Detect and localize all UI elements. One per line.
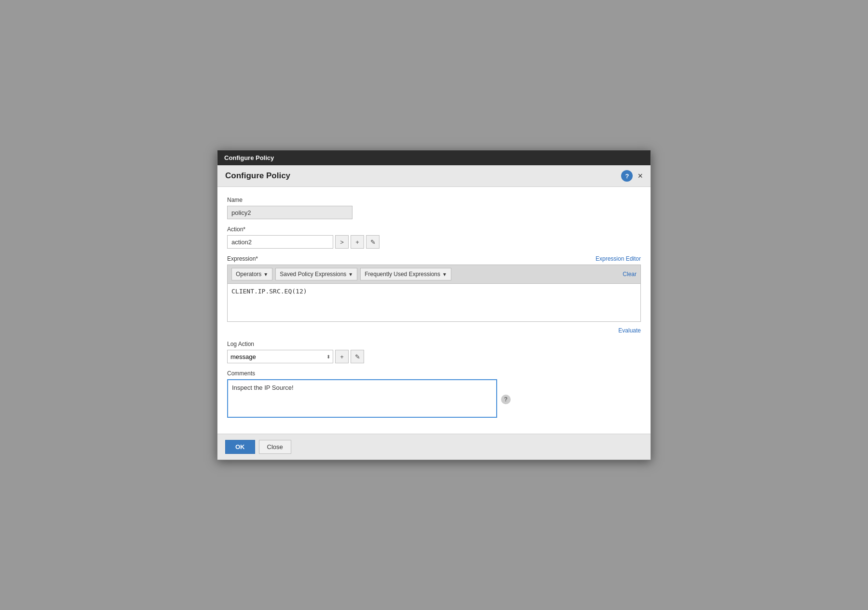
name-group: Name [227, 197, 641, 219]
log-action-row: message + ✎ [227, 350, 641, 363]
dialog-header: Configure Policy ? × [217, 165, 651, 187]
evaluate-row: Evaluate [227, 327, 641, 334]
action-row: > + ✎ [227, 235, 641, 249]
action-group: Action* > + ✎ [227, 226, 641, 249]
action-edit-button[interactable]: ✎ [366, 235, 380, 249]
evaluate-link[interactable]: Evaluate [618, 327, 641, 334]
comments-group: Comments ? [227, 370, 641, 419]
expression-editor-link[interactable]: Expression Editor [596, 255, 641, 262]
comments-label: Comments [227, 370, 641, 377]
clear-button[interactable]: Clear [623, 271, 637, 278]
action-input[interactable] [227, 235, 333, 249]
frequently-used-label: Frequently Used Expressions [365, 271, 440, 278]
name-label: Name [227, 197, 641, 203]
comments-help-icon[interactable]: ? [501, 395, 511, 404]
saved-policy-arrow-icon: ▼ [348, 272, 353, 277]
operators-label: Operators [236, 271, 261, 278]
dialog-header-title: Configure Policy [225, 171, 290, 181]
expression-textarea[interactable] [227, 283, 641, 322]
expression-toolbar: Operators ▼ Saved Policy Expressions ▼ F… [227, 265, 641, 283]
toolbar-left: Operators ▼ Saved Policy Expressions ▼ F… [231, 268, 451, 280]
log-select-wrapper: message [227, 350, 333, 363]
action-navigate-button[interactable]: > [335, 235, 349, 249]
dialog-titlebar: Configure Policy [217, 150, 651, 165]
operators-arrow-icon: ▼ [263, 272, 268, 277]
log-action-select[interactable]: message [227, 350, 333, 363]
configure-policy-dialog: Configure Policy Configure Policy ? × Na… [217, 150, 651, 460]
frequently-used-arrow-icon: ▼ [442, 272, 447, 277]
titlebar-text: Configure Policy [224, 154, 274, 161]
dialog-footer: OK Close [217, 434, 651, 460]
close-x-button[interactable]: × [637, 172, 643, 180]
comments-textarea[interactable] [227, 379, 497, 418]
frequently-used-dropdown[interactable]: Frequently Used Expressions ▼ [360, 268, 451, 280]
action-add-button[interactable]: + [351, 235, 364, 249]
dialog-header-actions: ? × [621, 170, 643, 182]
saved-policy-dropdown[interactable]: Saved Policy Expressions ▼ [275, 268, 357, 280]
saved-policy-label: Saved Policy Expressions [280, 271, 346, 278]
dialog-body: Name Action* > + ✎ Expression* Expressio… [217, 187, 651, 434]
expression-header-row: Expression* Expression Editor [227, 255, 641, 262]
help-button[interactable]: ? [621, 170, 633, 182]
log-add-button[interactable]: + [335, 350, 349, 363]
close-button[interactable]: Close [259, 440, 291, 454]
log-action-label: Log Action [227, 341, 641, 347]
action-label: Action* [227, 226, 641, 233]
ok-button[interactable]: OK [225, 440, 255, 454]
expression-section: Expression* Expression Editor Operators … [227, 255, 641, 323]
expression-label: Expression* [227, 255, 258, 262]
log-action-group: Log Action message + ✎ [227, 341, 641, 363]
log-edit-button[interactable]: ✎ [351, 350, 364, 363]
operators-dropdown[interactable]: Operators ▼ [231, 268, 272, 280]
comments-textarea-wrapper: ? [227, 379, 497, 419]
name-input[interactable] [227, 206, 353, 219]
